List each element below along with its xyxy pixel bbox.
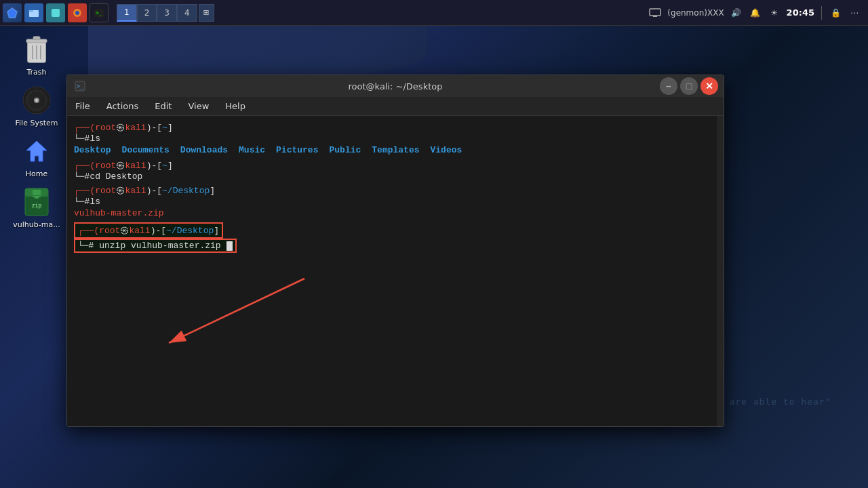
svg-text:>_: >_ — [77, 83, 83, 89]
ls-output-2: vulhub-master.zip — [74, 208, 717, 218]
home-label: Home — [26, 169, 47, 178]
terminal-tab-2[interactable]: 2 — [137, 4, 157, 22]
prompt-user-1: root — [95, 123, 116, 133]
more-icon[interactable]: ⋯ — [848, 6, 861, 20]
taskbar-firefox[interactable] — [68, 3, 87, 22]
menu-file[interactable]: File — [73, 100, 93, 113]
home-icon[interactable]: Home — [12, 136, 61, 178]
prompt-host-1: kali — [125, 123, 146, 133]
teal-app-svg — [50, 7, 61, 18]
terminal-scrollbar[interactable] — [717, 116, 724, 426]
prompt-user-2: root — [95, 161, 116, 171]
prompt-bracket2-4: ] — [214, 226, 219, 236]
prompt-path-3: ~/Desktop — [162, 186, 210, 196]
terminal-indicator[interactable]: >_ — [73, 79, 87, 94]
kali-menu-icon[interactable] — [3, 3, 22, 22]
prompt-user-4: root — [99, 226, 120, 236]
menu-help[interactable]: Help — [222, 100, 248, 113]
prompt-bracket-1: )-[ — [146, 123, 162, 133]
terminal-tab-4[interactable]: 4 — [177, 4, 197, 22]
prompt-path-4: ~/Desktop — [166, 226, 214, 236]
terminal-line-2: ┌──(root㉿kali)-[~] — [74, 159, 717, 171]
svg-rect-10 — [653, 16, 657, 17]
prompt-root-4: ┌──( — [78, 226, 99, 236]
taskbar-file-manager[interactable] — [24, 3, 43, 22]
ls-public: Public — [329, 145, 361, 155]
terminal-tab-3[interactable]: 3 — [157, 4, 177, 22]
terminal-title: root@kali: ~/Desktop — [349, 81, 443, 92]
filesystem-icon[interactable]: File System — [12, 85, 61, 127]
svg-rect-9 — [650, 9, 660, 16]
terminal-tab-1[interactable]: 1 — [117, 4, 137, 22]
terminal-body[interactable]: ┌──(root㉿kali)-[~] └─# ls Desktop Docume… — [67, 116, 724, 426]
trash-label: Trash — [26, 68, 46, 77]
close-button[interactable]: ✕ — [701, 77, 718, 95]
taskbar-separator — [821, 6, 822, 20]
minimize-button[interactable]: – — [660, 77, 677, 95]
taskbar-terminal[interactable]: >_ — [90, 3, 108, 22]
display-svg — [649, 8, 661, 18]
menu-view[interactable]: View — [185, 100, 212, 113]
prompt-bracket2-2: ] — [167, 161, 173, 171]
prompt-root-2: ┌──( — [74, 161, 95, 171]
prompt-at-4: ㉿ — [120, 226, 129, 236]
terminal-indicator-svg: >_ — [75, 81, 85, 92]
terminal-title-icons: >_ — [73, 79, 87, 94]
taskbar-right: (genmon)XXX 🔊 🔔 ☀ 20:45 🔒 ⋯ — [648, 6, 868, 20]
zip-svg: zip — [24, 187, 50, 217]
ls-music: Music — [239, 145, 265, 155]
filesystem-icon-img — [21, 85, 52, 116]
display-icon[interactable] — [648, 6, 662, 20]
vulhub-icon-img: zip — [21, 186, 52, 218]
terminal-cmd-2: └─# cd Desktop — [74, 171, 717, 182]
home-svg — [22, 137, 51, 165]
taskbar-top: >_ 1 2 3 4 ⊞ (genmon)XXX 🔊 — [0, 0, 868, 26]
prompt-user-3: root — [95, 186, 116, 196]
terminal-cmd-4: └─# unzip vulhub-master.zip — [74, 239, 717, 253]
prompt-hash-1: └─# — [74, 134, 90, 144]
svg-text:zip: zip — [32, 203, 42, 209]
svg-marker-22 — [26, 141, 47, 161]
filesystem-svg — [22, 86, 51, 115]
prompt-bracket-3: )-[ — [146, 186, 162, 196]
prompt-bracket-4: )-[ — [151, 226, 166, 236]
prompt-hash-2: └─# — [74, 171, 90, 182]
svg-point-6 — [75, 11, 79, 15]
menu-edit[interactable]: Edit — [152, 100, 174, 113]
prompt-at-2: ㉿ — [116, 159, 125, 171]
terminal-menubar: File Actions Edit View Help — [67, 97, 724, 116]
svg-rect-4 — [52, 9, 60, 17]
volume-icon[interactable]: 🔊 — [730, 6, 743, 20]
notification-icon[interactable]: 🔔 — [749, 6, 762, 20]
terminal-tabs: 1 2 3 4 ⊞ — [117, 4, 214, 22]
trash-icon[interactable]: Trash — [12, 34, 61, 77]
svg-rect-3 — [29, 10, 33, 12]
prompt-path-2: ~ — [162, 161, 167, 171]
vulhub-label: vulhub-ma... — [13, 220, 60, 229]
maximize-button[interactable]: □ — [680, 77, 698, 95]
taskbar-left: >_ 1 2 3 4 ⊞ — [0, 3, 214, 22]
ls-vulhub-zip: vulhub-master.zip — [74, 208, 164, 218]
prompt-hash-4: └─# — [78, 241, 99, 251]
svg-rect-26 — [33, 190, 41, 195]
prompt-host-3: kali — [125, 186, 146, 196]
vulhub-icon[interactable]: zip vulhub-ma... — [12, 186, 61, 229]
svg-point-21 — [35, 99, 38, 102]
lock-icon[interactable]: 🔒 — [829, 6, 842, 20]
ls-output-1: Desktop Documents Downloads Music Pictur… — [74, 145, 717, 155]
ls-desktop: Desktop — [74, 145, 111, 155]
svg-text:>_: >_ — [96, 10, 102, 16]
home-icon-img — [21, 136, 52, 167]
menu-actions[interactable]: Actions — [104, 100, 142, 113]
cmd-2: cd Desktop — [90, 171, 142, 182]
terminal-tab-expand[interactable]: ⊞ — [199, 4, 214, 22]
trash-svg — [22, 35, 51, 64]
desktop: KALI LINUX "the quieter you become, the … — [0, 0, 868, 488]
trash-icon-img — [21, 34, 52, 65]
ls-videos: Videos — [431, 145, 462, 155]
cmd-3: ls — [90, 197, 100, 207]
file-manager-svg — [28, 7, 39, 18]
brightness-icon[interactable]: ☀ — [768, 6, 781, 20]
dragon-svg — [5, 6, 19, 20]
taskbar-teal-app[interactable] — [46, 3, 65, 22]
